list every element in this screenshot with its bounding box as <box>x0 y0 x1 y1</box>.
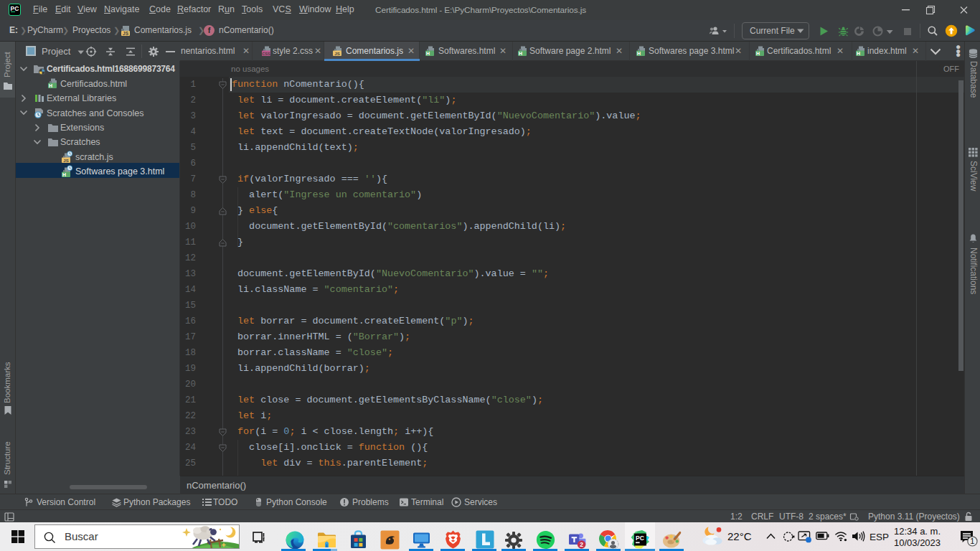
svg-text:2: 2 <box>580 541 583 548</box>
svg-text:H: H <box>637 51 641 56</box>
svg-text:CSS: CSS <box>262 52 270 56</box>
svg-text:H: H <box>857 51 860 56</box>
svg-text:1: 1 <box>970 537 974 545</box>
svg-text:JS: JS <box>63 159 68 163</box>
svg-text:JS: JS <box>334 52 339 56</box>
svg-text:H: H <box>49 83 52 88</box>
svg-text:H: H <box>519 51 522 56</box>
svg-text:JS: JS <box>123 31 129 36</box>
svg-text:H: H <box>426 51 430 56</box>
svg-text:H: H <box>62 172 66 177</box>
svg-text:PC: PC <box>636 534 644 542</box>
svg-text:H: H <box>756 51 760 56</box>
